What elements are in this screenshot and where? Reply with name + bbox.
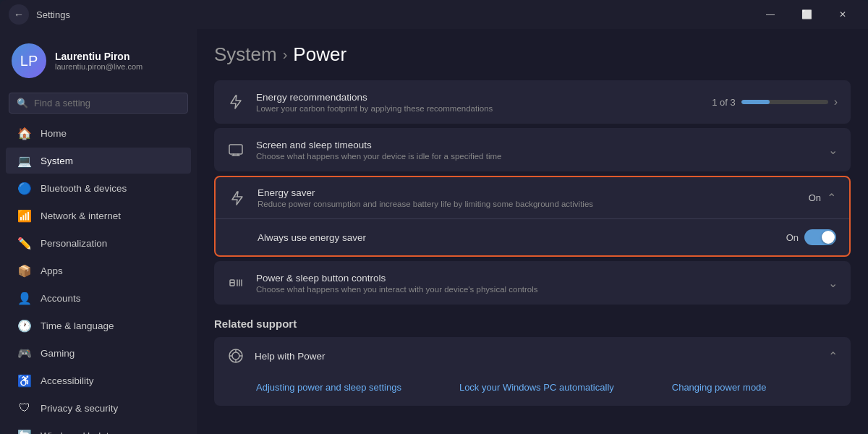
energy-rec-chevron: › bbox=[834, 95, 838, 109]
network-icon: 📶 bbox=[17, 208, 32, 223]
energy-rec-progress-fill bbox=[741, 100, 770, 104]
personalization-icon: ✏️ bbox=[17, 236, 32, 250]
window-controls: — ⬜ ✕ bbox=[754, 3, 859, 26]
sidebar-item-windows-update[interactable]: 🔄 Windows Update bbox=[6, 422, 191, 434]
nav-label-home: Home bbox=[41, 128, 179, 139]
help-card: Help with Power ⌃ Adjusting power and sl… bbox=[214, 337, 851, 406]
nav-label-apps: Apps bbox=[41, 265, 179, 276]
screen-sleep-action: ⌄ bbox=[828, 143, 838, 157]
svg-point-7 bbox=[232, 352, 239, 359]
screen-sleep-title: Screen and sleep timeouts bbox=[256, 140, 817, 150]
help-card-header[interactable]: Help with Power ⌃ bbox=[214, 337, 851, 375]
energy-rec-progress-text: 1 of 3 bbox=[712, 97, 736, 108]
svg-rect-0 bbox=[229, 145, 242, 154]
power-sleep-row[interactable]: Power & sleep button controls Choose wha… bbox=[214, 261, 851, 305]
energy-rec-icon bbox=[227, 93, 244, 111]
svg-rect-2 bbox=[230, 282, 234, 284]
home-icon: 🏠 bbox=[17, 126, 32, 140]
main-content: LP Laurentiu Piron laurentiu.piron@live.… bbox=[0, 29, 868, 434]
energy-recommendations-card: Energy recommendations Lower your carbon… bbox=[214, 80, 851, 124]
energy-saver-chevron: ⌃ bbox=[827, 191, 836, 205]
nav-label-privacy: Privacy & security bbox=[41, 403, 179, 414]
power-sleep-icon bbox=[227, 274, 244, 292]
screen-sleep-subtitle: Choose what happens when your device is … bbox=[256, 152, 817, 161]
sidebar-item-time[interactable]: 🕐 Time & language bbox=[6, 312, 191, 339]
energy-rec-subtitle: Lower your carbon footprint by applying … bbox=[256, 104, 700, 113]
sidebar-item-apps[interactable]: 📦 Apps bbox=[6, 258, 191, 284]
screen-sleep-text: Screen and sleep timeouts Choose what ha… bbox=[256, 140, 817, 161]
nav-label-system: System bbox=[41, 156, 179, 166]
sidebar-item-personalization[interactable]: ✏️ Personalization bbox=[6, 230, 191, 256]
help-link-lock[interactable]: Lock your Windows PC automatically bbox=[459, 382, 614, 393]
nav-label-bluetooth: Bluetooth & devices bbox=[41, 183, 179, 194]
update-icon: 🔄 bbox=[17, 428, 32, 434]
always-use-toggle[interactable] bbox=[804, 229, 836, 245]
titlebar: ← Settings — ⬜ ✕ bbox=[0, 0, 868, 29]
screen-sleep-card: Screen and sleep timeouts Choose what ha… bbox=[214, 128, 851, 171]
breadcrumb-parent[interactable]: System bbox=[214, 43, 277, 66]
maximize-button[interactable]: ⬜ bbox=[790, 3, 823, 26]
energy-rec-text: Energy recommendations Lower your carbon… bbox=[256, 92, 700, 113]
help-action: ⌃ bbox=[828, 349, 838, 363]
time-icon: 🕐 bbox=[17, 318, 32, 333]
user-section[interactable]: LP Laurentiu Piron laurentiu.piron@live.… bbox=[0, 35, 197, 90]
breadcrumb: System › Power bbox=[214, 43, 851, 66]
sidebar-item-network[interactable]: 📶 Network & internet bbox=[6, 203, 191, 229]
power-sleep-card: Power & sleep button controls Choose wha… bbox=[214, 261, 851, 305]
sidebar: LP Laurentiu Piron laurentiu.piron@live.… bbox=[0, 29, 197, 434]
help-link-adjusting[interactable]: Adjusting power and sleep settings bbox=[256, 382, 401, 393]
help-icon bbox=[227, 347, 244, 365]
sidebar-item-accessibility[interactable]: ♿ Accessibility bbox=[6, 367, 191, 393]
help-link-changing[interactable]: Changing power mode bbox=[672, 382, 767, 393]
energy-saver-header[interactable]: Energy saver Reduce power consumption an… bbox=[216, 177, 849, 218]
nav-label-accounts: Accounts bbox=[41, 293, 179, 304]
search-input[interactable] bbox=[34, 98, 180, 109]
power-sleep-subtitle: Choose what happens when you interact wi… bbox=[256, 285, 817, 294]
minimize-button[interactable]: — bbox=[754, 3, 787, 26]
energy-recommendations-row[interactable]: Energy recommendations Lower your carbon… bbox=[214, 80, 851, 124]
window-title: Settings bbox=[36, 9, 70, 20]
user-info: Laurentiu Piron laurentiu.piron@live.com bbox=[55, 51, 142, 71]
search-box[interactable]: 🔍 bbox=[9, 93, 188, 114]
toggle-knob bbox=[822, 231, 835, 244]
power-sleep-action: ⌄ bbox=[828, 276, 838, 290]
help-links: Adjusting power and sleep settings Lock … bbox=[214, 375, 851, 406]
bluetooth-icon: 🔵 bbox=[17, 181, 32, 195]
screen-sleep-icon bbox=[227, 141, 244, 158]
sidebar-item-privacy[interactable]: 🛡 Privacy & security bbox=[6, 395, 191, 421]
system-icon: 💻 bbox=[17, 153, 32, 168]
nav-label-accessibility: Accessibility bbox=[41, 375, 179, 386]
help-label: Help with Power bbox=[255, 351, 818, 362]
titlebar-left: ← Settings bbox=[9, 4, 70, 25]
related-support-title: Related support bbox=[214, 318, 851, 330]
energy-rec-progress-bar bbox=[741, 100, 828, 104]
energy-saver-status: On bbox=[809, 192, 821, 203]
screen-sleep-row[interactable]: Screen and sleep timeouts Choose what ha… bbox=[214, 128, 851, 171]
sidebar-item-home[interactable]: 🏠 Home bbox=[6, 120, 191, 146]
back-button[interactable]: ← bbox=[9, 4, 29, 25]
breadcrumb-current: Power bbox=[293, 43, 346, 66]
sidebar-item-system[interactable]: 💻 System bbox=[6, 148, 191, 174]
nav-label-personalization: Personalization bbox=[41, 238, 179, 249]
energy-saver-icon bbox=[229, 190, 246, 207]
energy-saver-expanded: Always use energy saver On bbox=[216, 218, 849, 255]
power-sleep-text: Power & sleep button controls Choose wha… bbox=[256, 273, 817, 294]
energy-saver-action: On ⌃ bbox=[809, 191, 836, 205]
privacy-icon: 🛡 bbox=[17, 401, 32, 415]
energy-saver-title: Energy saver bbox=[258, 187, 797, 198]
avatar: LP bbox=[12, 43, 46, 78]
sidebar-item-gaming[interactable]: 🎮 Gaming bbox=[6, 340, 191, 366]
nav-label-time: Time & language bbox=[41, 320, 179, 331]
accounts-icon: 👤 bbox=[17, 291, 32, 305]
user-email: laurentiu.piron@live.com bbox=[55, 62, 142, 71]
sidebar-item-bluetooth[interactable]: 🔵 Bluetooth & devices bbox=[6, 175, 191, 201]
sidebar-item-accounts[interactable]: 👤 Accounts bbox=[6, 285, 191, 311]
energy-rec-action: 1 of 3 › bbox=[712, 95, 838, 109]
gaming-icon: 🎮 bbox=[17, 346, 32, 360]
content-area: System › Power Energy recommendations Lo… bbox=[197, 29, 868, 434]
energy-rec-title: Energy recommendations bbox=[256, 92, 700, 103]
nav-label-update: Windows Update bbox=[41, 430, 179, 435]
apps-icon: 📦 bbox=[17, 263, 32, 278]
screen-sleep-chevron: ⌄ bbox=[828, 143, 838, 157]
close-button[interactable]: ✕ bbox=[826, 3, 859, 26]
